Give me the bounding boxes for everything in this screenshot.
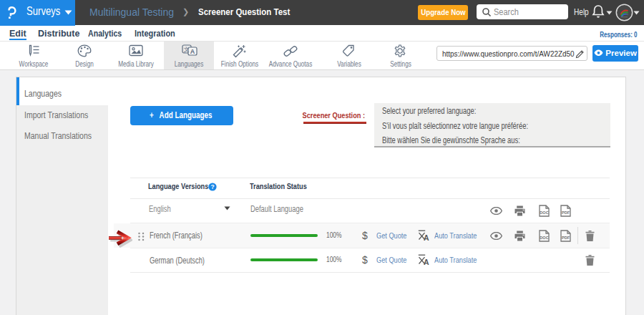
svg-text:文: 文	[183, 47, 189, 53]
svg-text:A: A	[424, 233, 429, 241]
svg-text:A: A	[424, 258, 429, 266]
svg-text:PDF: PDF	[562, 236, 570, 240]
svg-text:DOC: DOC	[540, 210, 548, 215]
svg-text:PDF: PDF	[562, 210, 570, 215]
svg-text:DOC: DOC	[540, 236, 548, 240]
svg-text:A: A	[190, 48, 195, 55]
svg-text:?: ?	[210, 183, 214, 190]
